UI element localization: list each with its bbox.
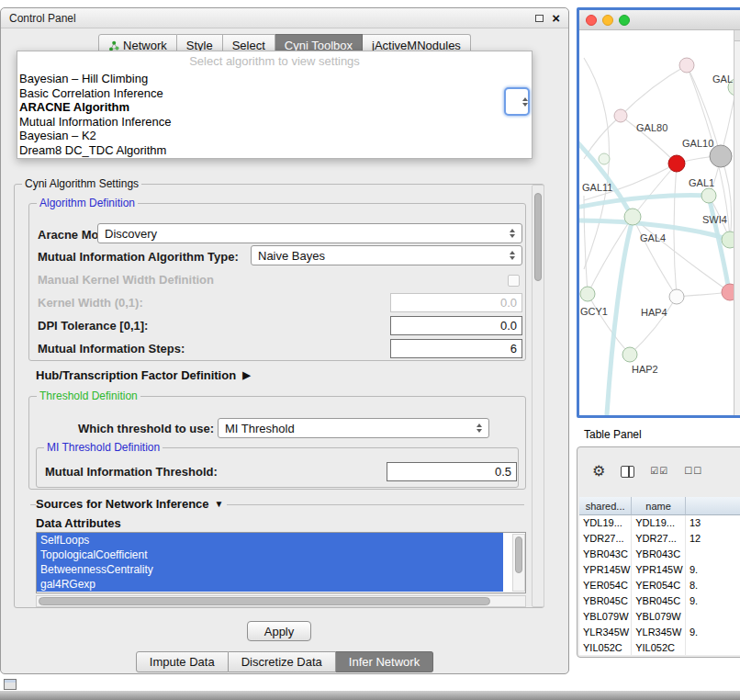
- apply-button[interactable]: Apply: [247, 621, 311, 641]
- network-node-swi4[interactable]: [722, 231, 734, 248]
- network-view-window[interactable]: GALGAL80GAL10GAL11GAL1SWI4GAL4GCY1HAP4HA…: [577, 7, 740, 418]
- close-window-icon[interactable]: ×: [552, 11, 560, 25]
- attribute-item-selfloops[interactable]: SelfLoops: [37, 533, 503, 548]
- data-attributes-list[interactable]: SelfLoopsTopologicalCoefficientBetweenne…: [36, 532, 526, 593]
- network-node-label: GCY1: [580, 306, 608, 317]
- table-panel-window: ⚙ ☑☑ ☐☐ shared...name YDL19...YDL19...13…: [577, 446, 740, 658]
- attribute-item-betweennesscentrality[interactable]: BetweennessCentrality: [37, 562, 503, 577]
- attributes-horizontal-scrollbar[interactable]: [36, 595, 526, 607]
- combo-arrows-icon: [510, 229, 515, 238]
- table-cell: 13: [686, 515, 740, 531]
- network-edge: [584, 196, 588, 294]
- data-attributes-label: Data Attributes: [36, 516, 121, 530]
- scrollbar-thumb[interactable]: [534, 193, 542, 281]
- dpi-tolerance-field[interactable]: [390, 316, 522, 335]
- table-cell: [686, 547, 740, 562]
- close-traffic-light[interactable]: [586, 15, 597, 26]
- network-edge: [579, 196, 709, 208]
- network-node-label: GAL10: [682, 138, 713, 149]
- sources-toggle[interactable]: Sources for Network Inference ▼: [36, 497, 227, 512]
- table-row[interactable]: YBR043CYBR043C: [579, 547, 740, 562]
- table-header-row: shared...name: [579, 497, 740, 515]
- table-row[interactable]: YBR045CYBR045C9.: [579, 593, 740, 609]
- float-window-icon[interactable]: [535, 15, 544, 22]
- network-edge: [588, 294, 630, 355]
- scrollbar-thumb[interactable]: [515, 536, 522, 573]
- manual-kernel-checkbox: [508, 275, 520, 287]
- select-all-checks-icon[interactable]: ☑☑: [650, 467, 668, 476]
- network-node-hap4[interactable]: [669, 289, 684, 304]
- column-header-name[interactable]: name: [632, 497, 686, 515]
- algorithm-option-bayesian-hill-climbing[interactable]: Bayesian – Hill Climbing: [17, 72, 532, 86]
- minimize-traffic-light[interactable]: [602, 15, 613, 26]
- table-cell: 9.: [686, 562, 740, 578]
- attributes-vertical-scrollbar[interactable]: [512, 534, 525, 592]
- network-node-gal4[interactable]: [624, 209, 641, 225]
- columns-icon[interactable]: [621, 466, 634, 478]
- algorithm-option-bayesian-k2[interactable]: Bayesian – K2: [17, 129, 532, 143]
- mi-algorithm-type-select[interactable]: Naive Bayes: [251, 245, 522, 265]
- node-table: shared...name YDL19...YDL19...13YDR27...…: [579, 497, 740, 655]
- scroll-up-button[interactable]: [734, 30, 740, 41]
- table-row[interactable]: YIL052CYIL052C: [579, 640, 740, 655]
- desktop: Control Panel × NetworkStyleSelectCyni T…: [0, 0, 740, 700]
- algorithm-option-dream8-dc-tdc-algorithm[interactable]: Dream8 DC_TDC Algorithm: [17, 143, 532, 158]
- table-cell: YDL19...: [579, 515, 632, 531]
- table-cell: 8.: [686, 578, 740, 593]
- network-node-gal1[interactable]: [701, 188, 716, 203]
- network-window-titlebar[interactable]: [579, 10, 740, 30]
- deselect-all-checks-icon[interactable]: ☐☐: [684, 467, 702, 476]
- table-cell: YPR145W: [579, 562, 632, 578]
- table-row[interactable]: YBL079WYBL079W: [579, 609, 740, 625]
- attribute-item-gal4rgexp[interactable]: gal4RGexp: [37, 577, 503, 592]
- network-canvas[interactable]: GALGAL80GAL10GAL11GAL1SWI4GAL4GCY1HAP4HA…: [579, 30, 740, 415]
- restore-panel-icon[interactable]: [4, 679, 17, 690]
- network-node-label: GAL1: [689, 177, 714, 188]
- gear-icon[interactable]: ⚙: [592, 464, 605, 479]
- settings-vertical-scrollbar[interactable]: [532, 185, 544, 607]
- mi-steps-field[interactable]: [390, 339, 522, 358]
- dpi-tolerance-label: DPI Tolerance [0,1]:: [38, 319, 148, 333]
- bottom-tab-discretize-data[interactable]: Discretize Data: [229, 651, 336, 672]
- table-cell: YER054C: [632, 578, 686, 593]
- column-header-cut[interactable]: [686, 497, 740, 515]
- aracne-mode-select[interactable]: Discovery: [97, 223, 522, 243]
- network-canvas-svg[interactable]: GALGAL80GAL10GAL11GAL1SWI4GAL4GCY1HAP4HA…: [579, 30, 734, 415]
- attribute-item-topologicalcoefficient[interactable]: TopologicalCoefficient: [37, 548, 503, 562]
- mi-type-label: Mutual Information Algorithm Type:: [38, 250, 239, 264]
- control-panel-titlebar[interactable]: Control Panel ×: [1, 8, 568, 28]
- bottom-tab-impute-data[interactable]: Impute Data: [136, 651, 229, 672]
- algorithm-option-basic-correlation-inference[interactable]: Basic Correlation Inference: [17, 86, 532, 101]
- combo-arrows-icon: [477, 423, 482, 433]
- network-node-gal11[interactable]: [599, 153, 610, 164]
- table-row[interactable]: YER054CYER054C8.: [579, 578, 740, 593]
- kernel-width-label: Kernel Width (0,1):: [38, 296, 143, 310]
- column-header-shared[interactable]: shared...: [579, 497, 632, 515]
- network-node-gal80[interactable]: [614, 109, 627, 122]
- algorithm-combobox-focus-fragment[interactable]: [504, 87, 530, 116]
- table-panel-toolbar: ⚙ ☑☑ ☐☐: [592, 464, 702, 479]
- network-node[interactable]: [722, 284, 734, 300]
- network-node-hap2[interactable]: [622, 347, 637, 362]
- algorithm-option-mutual-information-inference[interactable]: Mutual Information Inference: [17, 115, 532, 130]
- table-cell: YBR045C: [579, 593, 632, 609]
- scrollbar-thumb[interactable]: [39, 597, 490, 605]
- zoom-traffic-light[interactable]: [619, 15, 630, 26]
- table-row[interactable]: YLR345WYLR345W9.: [579, 625, 740, 640]
- bottom-status-bar: [0, 691, 740, 700]
- table-row[interactable]: YDR27...YDR27...12: [579, 531, 740, 547]
- network-vertical-scrollbar[interactable]: [734, 30, 740, 415]
- algorithm-option-aracne-algorithm[interactable]: ARACNE Algorithm: [17, 100, 532, 115]
- hub-definition-toggle[interactable]: Hub/Transcription Factor Definition ▶: [36, 368, 251, 382]
- network-node-label: HAP4: [641, 307, 667, 318]
- bottom-tab-infer-network[interactable]: Infer Network: [336, 651, 433, 672]
- mi-threshold-field[interactable]: [387, 462, 517, 481]
- table-row[interactable]: YDL19...YDL19...13: [579, 515, 740, 531]
- table-row[interactable]: YPR145WYPR145W9.: [579, 562, 740, 578]
- table-cell: YDR27...: [579, 531, 632, 547]
- network-node[interactable]: [679, 58, 694, 73]
- network-node-gcy1[interactable]: [580, 287, 595, 301]
- which-threshold-select[interactable]: MI Threshold: [218, 418, 489, 438]
- popup-item-list: Bayesian – Hill ClimbingBasic Correlatio…: [17, 72, 532, 157]
- network-node-gal10[interactable]: [668, 155, 685, 172]
